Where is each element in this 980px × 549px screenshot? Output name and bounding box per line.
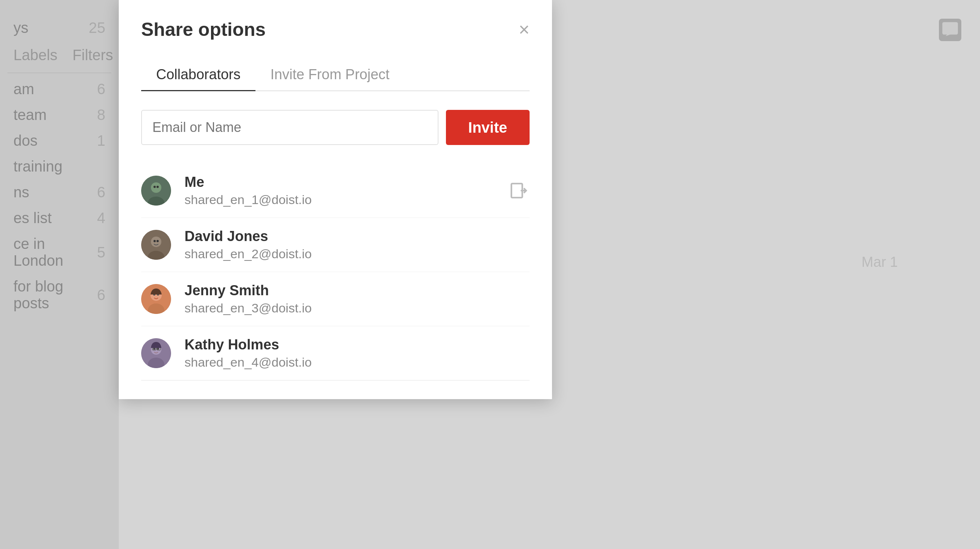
tabs-container: Collaborators Invite From Project [141,59,530,91]
collaborator-email-me: shared_en_1@doist.io [185,193,500,207]
share-options-modal: Share options × Collaborators Invite Fro… [119,0,552,399]
sidebar-am-row: am 6 [8,76,111,102]
invite-button[interactable]: Invite [446,110,530,145]
svg-rect-0 [942,22,958,34]
svg-point-5 [156,186,159,188]
collaborator-name-jenny: Jenny Smith [185,282,530,298]
collaborator-email-jenny: shared_en_3@doist.io [185,301,530,315]
collaborator-info-jenny: Jenny Smith shared_en_3@doist.io [185,282,530,315]
sidebar: ys 25 Labels Filters am 6 team 8 dos 1 t… [0,0,119,549]
collaborator-info-david: David Jones shared_en_2@doist.io [185,228,530,261]
sidebar-eslist-count: 4 [97,210,105,227]
sidebar-eslist-label: es list [13,210,51,227]
sidebar-team-count: 8 [97,107,105,123]
sidebar-ys-count: 25 [89,19,106,36]
email-input[interactable] [141,110,439,145]
sidebar-team-label: team [13,107,47,123]
sidebar-eslist-row: es list 4 [8,205,111,231]
sidebar-dos-row: dos 1 [8,128,111,153]
collaborator-name-me: Me [185,174,500,190]
collaborator-item-jenny: Jenny Smith shared_en_3@doist.io [141,272,530,326]
svg-point-10 [153,240,156,242]
collaborator-item-kathy: Kathy Holmes shared_en_4@doist.io [141,326,530,380]
mar-label: Mar 1 [862,254,898,270]
tab-invite-from-project[interactable]: Invite From Project [255,59,404,91]
sidebar-london-label: ce in London [13,235,97,269]
avatar-kathy [141,338,171,368]
sidebar-blog-count: 6 [97,287,105,303]
svg-point-11 [156,240,159,242]
sidebar-training-label: training [13,158,62,175]
sidebar-labels[interactable]: Labels [13,47,57,64]
avatar-david [141,230,171,260]
sidebar-ys-label: ys [13,19,29,36]
sidebar-ns-count: 6 [97,184,105,201]
collaborator-info-kathy: Kathy Holmes shared_en_4@doist.io [185,337,530,370]
sidebar-dos-label: dos [13,132,38,149]
sidebar-blog-row: for blog posts 6 [8,274,111,316]
avatar-jenny [141,284,171,314]
avatar-me [141,176,171,206]
svg-point-2 [151,182,161,193]
sidebar-ns-row: ns 6 [8,179,111,205]
sidebar-training-row: training [8,153,111,179]
modal-title: Share options [141,19,266,40]
sidebar-filters[interactable]: Filters [72,47,113,64]
search-row: Invite [141,110,530,145]
leave-icon-me[interactable] [507,179,530,202]
right-panel [905,0,980,549]
chat-icon[interactable] [939,19,961,41]
collaborator-name-david: David Jones [185,228,530,244]
sidebar-blog-label: for blog posts [13,278,97,312]
sidebar-ys-row: ys 25 [8,15,111,41]
collaborator-list: Me shared_en_1@doist.io [141,164,530,380]
svg-rect-6 [511,184,522,198]
collaborator-info-me: Me shared_en_1@doist.io [185,174,500,207]
tab-collaborators[interactable]: Collaborators [141,59,255,91]
sidebar-am-label: am [13,81,34,97]
collaborator-item-me: Me shared_en_1@doist.io [141,164,530,218]
sidebar-dos-count: 1 [97,132,105,149]
sidebar-am-count: 6 [97,81,105,97]
svg-point-4 [153,186,156,188]
collaborator-name-kathy: Kathy Holmes [185,337,530,353]
collaborator-email-david: shared_en_2@doist.io [185,247,530,261]
modal-header: Share options × [141,19,530,40]
sidebar-ns-label: ns [13,184,29,201]
sidebar-london-row: ce in London 5 [8,231,111,274]
sidebar-team-row: team 8 [8,102,111,128]
svg-point-8 [151,236,161,247]
sidebar-london-count: 5 [97,244,105,261]
close-button[interactable]: × [519,20,530,39]
collaborator-email-kathy: shared_en_4@doist.io [185,355,530,370]
collaborator-item-david: David Jones shared_en_2@doist.io [141,218,530,272]
